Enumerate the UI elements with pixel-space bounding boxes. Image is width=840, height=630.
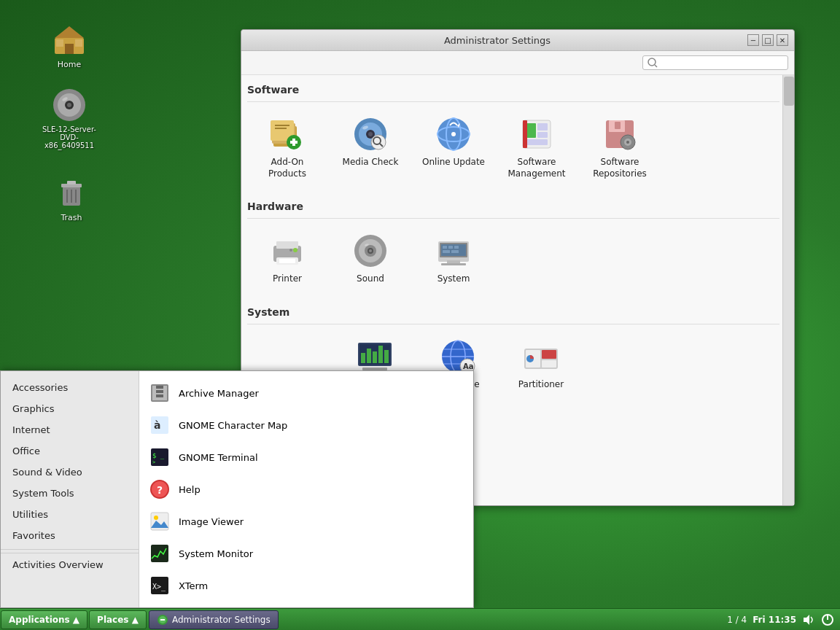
system-hw-app-icon (434, 231, 473, 271)
svg-rect-22 (275, 128, 287, 129)
svg-rect-114 (160, 619, 165, 621)
desktop-icon-home[interactable]: Home (40, 22, 98, 69)
taskbar: Applications ▲ Places ▲ Administrator Se… (0, 608, 840, 630)
svg-rect-91 (542, 360, 556, 368)
active-window-button[interactable]: Administrator Settings (149, 610, 279, 629)
menu-separator-1 (1, 549, 139, 550)
applications-button[interactable]: Applications ▲ (1, 610, 88, 629)
system-hw-icon[interactable]: System (413, 225, 494, 292)
cat-accessories[interactable]: Accessories (1, 377, 139, 398)
app-image-viewer[interactable]: Image Viewer (139, 505, 473, 537)
desktop-icon-disc[interactable]: SLE-12-Server- DVD-x86_6409511 (40, 88, 98, 149)
svg-line-17 (655, 65, 657, 67)
software-icon-grid: Add-OnProducts (247, 108, 779, 186)
software-repos-icon[interactable]: SoftwareRepositories (580, 108, 660, 186)
svg-point-107 (154, 516, 158, 520)
cat-sound-video[interactable]: Sound & Video (1, 462, 139, 483)
activities-overview[interactable]: Activities Overview (1, 553, 139, 576)
svg-rect-90 (542, 350, 556, 359)
svg-marker-115 (804, 615, 809, 625)
cat-favorites[interactable]: Favorites (1, 525, 139, 546)
printer-app-icon (268, 231, 307, 271)
app-gnome-terminal[interactable]: $ _ > GNOME Terminal (139, 441, 473, 473)
hardware-section-header: Hardware (247, 198, 779, 219)
svg-rect-47 (615, 122, 621, 129)
partitioner-icon[interactable]: Partitioner (501, 330, 581, 397)
media-check-icon[interactable]: Media Check (330, 108, 411, 186)
places-button[interactable]: Places ▲ (89, 610, 147, 629)
svg-rect-76 (367, 349, 371, 363)
search-box[interactable] (642, 55, 788, 70)
app-archive-manager[interactable]: Archive Manager (139, 377, 473, 409)
svg-point-55 (293, 248, 298, 252)
svg-rect-4 (75, 39, 82, 47)
printer-label: Printer (273, 273, 302, 285)
svg-rect-25 (292, 139, 295, 146)
hardware-icon-grid: Printer (247, 225, 779, 292)
window-titlebar: Administrator Settings − □ ✕ (241, 30, 794, 51)
printer-icon[interactable]: Printer (247, 225, 327, 292)
mediacheck-icon (351, 114, 390, 154)
home-icon (52, 22, 87, 57)
sound-icon[interactable]: Sound (330, 225, 411, 292)
minimize-button[interactable]: − (747, 34, 759, 46)
help-icon: ? (148, 478, 171, 501)
maximize-button[interactable]: □ (762, 34, 774, 46)
cat-graphics[interactable]: Graphics (1, 398, 139, 419)
search-input[interactable] (661, 58, 783, 68)
close-button[interactable]: ✕ (777, 34, 788, 46)
online-update-icon[interactable]: Online Update (413, 108, 494, 186)
desktop-icon-trash[interactable]: Trash (42, 175, 101, 222)
svg-rect-71 (443, 250, 450, 253)
svg-rect-44 (523, 120, 527, 148)
scrollbar-thumb[interactable] (784, 77, 794, 106)
disc-icon (52, 88, 87, 122)
svg-rect-70 (454, 246, 459, 249)
taskbar-right: 1 / 4 Fri 11:35 (727, 613, 840, 626)
svg-rect-43 (526, 139, 548, 145)
terminal-label: GNOME Terminal (179, 452, 258, 463)
app-gnome-char-map[interactable]: à GNOME Character Map (139, 409, 473, 441)
svg-rect-75 (361, 353, 365, 363)
cat-system-tools[interactable]: System Tools (1, 483, 139, 504)
cat-internet[interactable]: Internet (1, 419, 139, 440)
softrepos-icon (600, 114, 639, 154)
softmgmt-icon (517, 114, 556, 154)
power-icon[interactable] (821, 613, 834, 626)
system-hw-label: System (438, 273, 470, 285)
char-map-icon: à (148, 413, 171, 437)
svg-point-29 (368, 132, 373, 136)
svg-text:$ _: $ _ (152, 452, 165, 459)
app-system-monitor[interactable]: System Monitor (139, 537, 473, 569)
xterm-label: XTerm (179, 580, 208, 591)
software-management-icon[interactable]: SoftwareManagement (497, 108, 577, 186)
scrollbar[interactable] (782, 75, 794, 505)
menu-categories: Accessories Graphics Internet Office Sou… (1, 371, 139, 607)
svg-rect-40 (526, 123, 536, 138)
onlineupdate-label: Online Update (422, 157, 485, 168)
char-map-label: GNOME Character Map (179, 420, 287, 431)
addon-products-icon[interactable]: Add-OnProducts (247, 108, 327, 186)
svg-rect-3 (56, 39, 63, 47)
help-label: Help (179, 484, 201, 495)
svg-rect-67 (447, 260, 460, 263)
app-help[interactable]: ? Help (139, 473, 473, 505)
terminal-icon: $ _ > (148, 446, 171, 469)
partitioner-label: Partitioner (518, 379, 564, 391)
cat-office[interactable]: Office (1, 440, 139, 462)
sound-app-icon (351, 231, 390, 271)
svg-rect-68 (443, 246, 447, 249)
svg-rect-95 (156, 386, 163, 389)
svg-point-37 (451, 132, 456, 136)
addon-label: Add-OnProducts (268, 157, 306, 179)
svg-rect-97 (156, 394, 163, 397)
cat-utilities[interactable]: Utilities (1, 504, 139, 525)
svg-rect-72 (451, 250, 459, 253)
softrepos-label: SoftwareRepositories (593, 157, 647, 179)
system-monitor-label: System Monitor (179, 548, 253, 559)
svg-rect-77 (373, 351, 377, 363)
app-xterm[interactable]: X>_ XTerm (139, 569, 473, 602)
svg-rect-69 (448, 246, 453, 249)
home-label: Home (58, 60, 81, 69)
volume-icon[interactable] (802, 613, 815, 626)
